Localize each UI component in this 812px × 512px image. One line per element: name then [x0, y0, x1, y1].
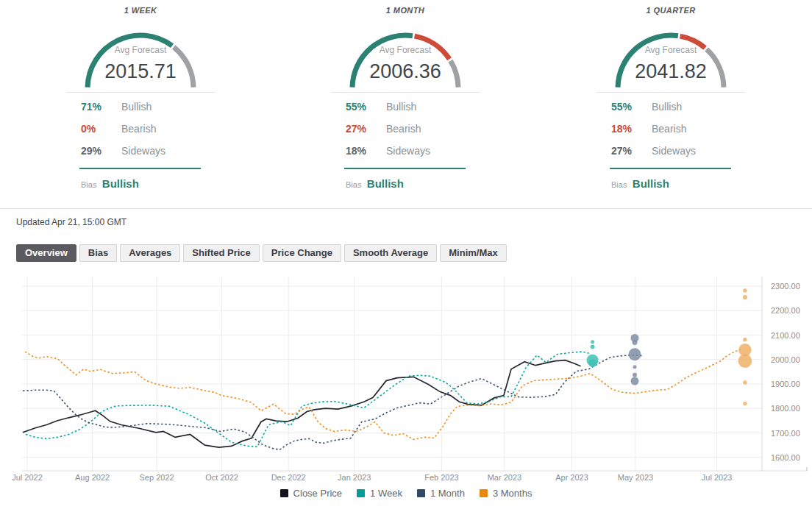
bias-value: Bullish: [367, 177, 404, 190]
bearish-row: 18% Bearish: [611, 118, 745, 140]
svg-text:Dec 2022: Dec 2022: [271, 473, 306, 482]
bullish-percent: 55%: [611, 101, 652, 113]
bias-key: Bias: [611, 180, 627, 189]
bias-underline: [79, 168, 201, 169]
section-divider: [0, 208, 812, 209]
one-month-swatch-icon: [417, 489, 425, 497]
svg-text:Oct 2022: Oct 2022: [205, 473, 238, 482]
chart-legend: Close Price 1 Week 1 Month 3 Months: [0, 488, 812, 499]
avg-forecast-value: 2006.36: [369, 60, 441, 82]
legend-label: 3 Months: [493, 488, 532, 499]
svg-text:1800.00: 1800.00: [771, 404, 800, 413]
bearish-row: 0% Bearish: [81, 118, 215, 140]
tab-price-change[interactable]: Price Change: [263, 244, 341, 262]
avg-forecast-value: 2015.71: [104, 60, 177, 82]
svg-text:2300.00: 2300.00: [771, 282, 800, 291]
gauge-1-month: Avg Forecast 2006.36: [332, 15, 479, 91]
gauge-1-week: Avg Forecast 2015.71: [67, 15, 214, 91]
sentiment-stats: 71% Bullish 0% Bearish 29% Sideways Bias…: [66, 96, 215, 191]
three-months-swatch-icon: [480, 489, 488, 497]
sideways-row: 27% Sideways: [611, 140, 745, 162]
avg-forecast-label: Avg Forecast: [645, 45, 697, 55]
legend-close-price[interactable]: Close Price: [280, 488, 342, 499]
svg-text:May 2023: May 2023: [618, 473, 653, 482]
one-week-swatch-icon: [357, 489, 365, 497]
svg-text:2200.00: 2200.00: [771, 306, 800, 315]
avg-forecast-value: 2041.82: [635, 60, 707, 82]
bullish-label: Bullish: [121, 101, 152, 113]
panel-divider: [596, 92, 745, 93]
svg-text:Sep 2022: Sep 2022: [140, 473, 174, 482]
chart-tabs: Overview Bias Averages Shifted Price Pri…: [16, 244, 507, 262]
svg-text:2000.00: 2000.00: [771, 355, 800, 364]
sideways-percent: 27%: [611, 145, 652, 157]
bearish-label: Bearish: [652, 123, 686, 135]
tab-bias[interactable]: Bias: [79, 244, 117, 262]
bias-value: Bullish: [633, 177, 669, 190]
bearish-percent: 0%: [81, 123, 121, 135]
bias-key: Bias: [81, 180, 96, 189]
tab-averages[interactable]: Averages: [120, 244, 180, 262]
svg-text:Mar 2023: Mar 2023: [488, 473, 521, 482]
svg-text:Aug 2022: Aug 2022: [75, 473, 110, 482]
panel-title: 1 WEEK: [66, 6, 215, 15]
bullish-percent: 55%: [346, 101, 386, 113]
svg-text:Jan 2023: Jan 2023: [338, 473, 371, 482]
sideways-label: Sideways: [652, 145, 696, 157]
bullish-row: 55% Bullish: [346, 96, 480, 118]
svg-text:Jul 2023: Jul 2023: [702, 473, 733, 482]
gauge-1-quarter: Avg Forecast 2041.82: [597, 15, 744, 91]
panel-title: 1 MONTH: [331, 6, 480, 15]
forecast-panel-1-month: 1 MONTH Avg Forecast 2006.36 55% Bullish…: [331, 0, 480, 191]
sideways-percent: 29%: [81, 145, 121, 157]
panel-divider: [331, 92, 480, 93]
bearish-label: Bearish: [121, 123, 156, 135]
forecast-poll-page: 1 WEEK Avg Forecast 2015.71 71% Bullish …: [0, 0, 812, 512]
svg-text:2100.00: 2100.00: [771, 331, 800, 340]
bias-row: Bias Bullish: [346, 177, 480, 191]
sideways-row: 29% Sideways: [81, 140, 215, 162]
sideways-percent: 18%: [346, 145, 386, 157]
avg-forecast-label: Avg Forecast: [380, 45, 432, 55]
panel-divider: [66, 92, 215, 93]
legend-label: Close Price: [293, 488, 342, 499]
sideways-row: 18% Sideways: [346, 140, 480, 162]
bullish-percent: 71%: [81, 101, 121, 113]
bullish-row: 71% Bullish: [81, 96, 215, 118]
bullish-row: 55% Bullish: [611, 96, 745, 118]
forecast-chart: Jul 2022Aug 2022Sep 2022Oct 2022Dec 2022…: [0, 272, 812, 488]
forecast-panel-1-quarter: 1 QUARTER Avg Forecast 2041.82 55% Bulli…: [596, 0, 745, 191]
bias-key: Bias: [346, 180, 361, 189]
legend-label: 1 Month: [430, 488, 465, 499]
tab-overview[interactable]: Overview: [16, 244, 76, 262]
svg-text:1900.00: 1900.00: [771, 380, 800, 388]
legend-label: 1 Week: [370, 488, 402, 499]
svg-text:Apr 2023: Apr 2023: [555, 473, 588, 482]
tab-minim-max[interactable]: Minim/Max: [440, 244, 506, 262]
bearish-label: Bearish: [386, 123, 421, 135]
svg-text:1700.00: 1700.00: [771, 429, 800, 438]
svg-text:Feb 2023: Feb 2023: [424, 473, 458, 482]
bullish-label: Bullish: [652, 101, 682, 113]
close-price-swatch-icon: [280, 489, 288, 497]
bearish-percent: 27%: [346, 123, 386, 135]
avg-forecast-label: Avg Forecast: [115, 45, 167, 55]
svg-text:1600.00: 1600.00: [771, 453, 800, 462]
bias-underline: [610, 168, 731, 169]
bearish-row: 27% Bearish: [346, 118, 480, 140]
bullish-label: Bullish: [386, 101, 416, 113]
tab-smooth-average[interactable]: Smooth Average: [344, 244, 437, 262]
legend-1-month[interactable]: 1 Month: [417, 488, 465, 499]
svg-text:Jul 2022: Jul 2022: [12, 473, 43, 482]
bearish-percent: 18%: [611, 123, 652, 135]
legend-1-week[interactable]: 1 Week: [357, 488, 402, 499]
tab-shifted-price[interactable]: Shifted Price: [183, 244, 259, 262]
sideways-label: Sideways: [386, 145, 430, 157]
forecast-panel-1-week: 1 WEEK Avg Forecast 2015.71 71% Bullish …: [66, 0, 215, 191]
sentiment-stats: 55% Bullish 18% Bearish 27% Sideways Bia…: [596, 96, 745, 191]
bias-row: Bias Bullish: [81, 177, 215, 191]
sideways-label: Sideways: [121, 145, 165, 157]
legend-3-months[interactable]: 3 Months: [480, 488, 532, 499]
sentiment-stats: 55% Bullish 27% Bearish 18% Sideways Bia…: [331, 96, 480, 191]
bias-value: Bullish: [102, 177, 139, 190]
